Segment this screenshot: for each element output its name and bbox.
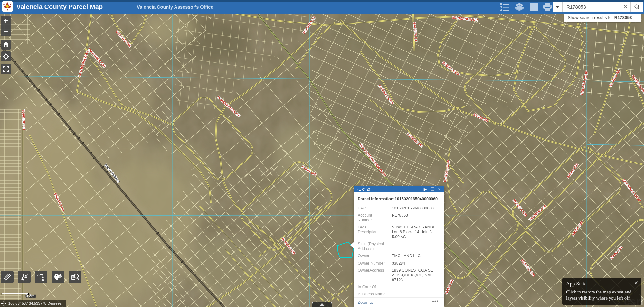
svg-text:A: A [37, 273, 40, 276]
svg-text:B: B [42, 278, 44, 281]
svg-text:TURBINE RD: TURBINE RD [22, 109, 26, 130]
svg-text:V: V [3, 3, 5, 6]
svg-text:C: C [10, 3, 12, 6]
